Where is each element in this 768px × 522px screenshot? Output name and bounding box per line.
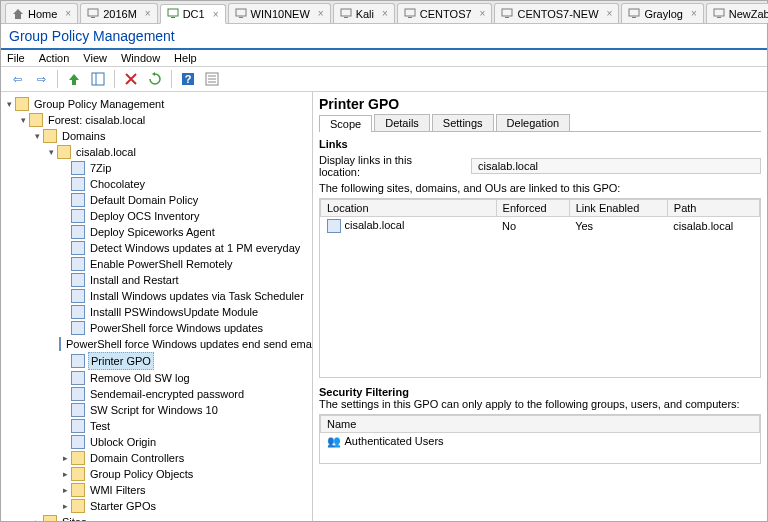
- mmc-icon: [15, 97, 29, 111]
- menu-help[interactable]: Help: [174, 52, 197, 64]
- col-path[interactable]: Path: [667, 200, 759, 217]
- close-icon[interactable]: ×: [61, 8, 71, 19]
- menu-action[interactable]: Action: [39, 52, 70, 64]
- tree-item[interactable]: ▾cisalab.local: [3, 144, 310, 160]
- expand-icon[interactable]: ▸: [59, 498, 71, 514]
- tree-item[interactable]: PowerShell force Windows updates end sen…: [3, 336, 310, 352]
- tree-item[interactable]: ▸Domain Controllers: [3, 450, 310, 466]
- tree-item[interactable]: 7Zip: [3, 160, 310, 176]
- tree-item[interactable]: ▾Group Policy Management: [3, 96, 310, 112]
- tree-item[interactable]: ▸Group Policy Objects: [3, 466, 310, 482]
- close-icon[interactable]: ×: [603, 8, 613, 19]
- tree-item[interactable]: Ublock Origin: [3, 434, 310, 450]
- options-button[interactable]: [202, 69, 222, 89]
- expand-icon[interactable]: ▸: [59, 466, 71, 482]
- collapse-icon[interactable]: ▾: [17, 112, 29, 128]
- tree-item[interactable]: SW Script for Windows 10: [3, 402, 310, 418]
- tree-item[interactable]: Test: [3, 418, 310, 434]
- table-row[interactable]: 👥Authenticated Users: [321, 433, 760, 451]
- gpo-icon: [71, 354, 85, 368]
- menu-file[interactable]: File: [7, 52, 25, 64]
- tree-item[interactable]: Installl PSWindowsUpdate Module: [3, 304, 310, 320]
- tree-item[interactable]: Printer GPO: [3, 352, 310, 370]
- col-link-enabled[interactable]: Link Enabled: [569, 200, 667, 217]
- tab-settings[interactable]: Settings: [432, 114, 494, 131]
- forward-button[interactable]: ⇨: [31, 69, 51, 89]
- tree-item[interactable]: Enable PowerShell Remotely: [3, 256, 310, 272]
- expand-icon[interactable]: ▸: [59, 482, 71, 498]
- security-filtering-table[interactable]: Name 👥Authenticated Users: [319, 414, 761, 464]
- monitor-icon: [167, 8, 179, 20]
- tree-item-label: Detect Windows updates at 1 PM everyday: [88, 240, 302, 256]
- close-icon[interactable]: ×: [141, 8, 151, 19]
- tree-item-label: Ublock Origin: [88, 434, 158, 450]
- vm-tab-centos7[interactable]: CENTOS7 ×: [397, 3, 493, 23]
- tree-item[interactable]: ▾Domains: [3, 128, 310, 144]
- col-location[interactable]: Location: [321, 200, 497, 217]
- close-icon[interactable]: ×: [476, 8, 486, 19]
- gpo-icon: [71, 257, 85, 271]
- expand-icon[interactable]: ▸: [59, 450, 71, 466]
- collapse-icon[interactable]: ▾: [31, 128, 43, 144]
- gpo-icon: [71, 419, 85, 433]
- tree-item[interactable]: Chocolatey: [3, 176, 310, 192]
- tab-scope[interactable]: Scope: [319, 115, 372, 132]
- vm-tab-graylog[interactable]: Graylog ×: [621, 3, 703, 23]
- vm-tab-centos7-new[interactable]: CENTOS7-NEW ×: [494, 3, 619, 23]
- col-enforced[interactable]: Enforced: [496, 200, 569, 217]
- vm-tab-home[interactable]: Home ×: [5, 3, 78, 23]
- collapse-icon[interactable]: ▾: [3, 96, 15, 112]
- tree-item[interactable]: ▸WMI Filters: [3, 482, 310, 498]
- close-icon[interactable]: ×: [314, 8, 324, 19]
- tree-item[interactable]: Sendemail-encrypted password: [3, 386, 310, 402]
- fld-icon: [71, 499, 85, 513]
- toolbar: ⇦ ⇨ ?: [1, 67, 767, 92]
- tree-item[interactable]: ▸Sites: [3, 514, 310, 521]
- collapse-icon[interactable]: ▾: [45, 144, 57, 160]
- tree-item[interactable]: Default Domain Policy: [3, 192, 310, 208]
- refresh-button[interactable]: [145, 69, 165, 89]
- monitor-icon: [628, 8, 640, 20]
- expand-icon[interactable]: ▸: [31, 514, 43, 521]
- vm-tab-2016m[interactable]: 2016M ×: [80, 3, 157, 23]
- fld-icon: [71, 467, 85, 481]
- tree-item[interactable]: Install Windows updates via Task Schedul…: [3, 288, 310, 304]
- vm-tab-dc1[interactable]: DC1 ×: [160, 4, 226, 24]
- table-row[interactable]: cisalab.local No Yes cisalab.local: [321, 217, 760, 236]
- tree-item-label: WMI Filters: [88, 482, 148, 498]
- tree-item-label: Printer GPO: [88, 352, 154, 370]
- console-tree[interactable]: ▾Group Policy Management▾Forest: cisalab…: [1, 92, 313, 521]
- tree-item[interactable]: Detect Windows updates at 1 PM everyday: [3, 240, 310, 256]
- tree-item[interactable]: Install and Restart: [3, 272, 310, 288]
- monitor-icon: [501, 8, 513, 20]
- tree-item[interactable]: Remove Old SW log: [3, 370, 310, 386]
- vm-tab-win10new[interactable]: WIN10NEW ×: [228, 3, 331, 23]
- links-location-dropdown[interactable]: cisalab.local: [471, 158, 761, 174]
- back-button[interactable]: ⇦: [7, 69, 27, 89]
- close-icon[interactable]: ×: [209, 9, 219, 20]
- delete-button[interactable]: [121, 69, 141, 89]
- vm-tab-bar: Home × 2016M × DC1 × WIN10NEW × Kali × C…: [1, 1, 767, 24]
- close-icon[interactable]: ×: [687, 8, 697, 19]
- gpo-icon: [71, 403, 85, 417]
- show-hide-tree-button[interactable]: [88, 69, 108, 89]
- fld-icon: [71, 483, 85, 497]
- menu-window[interactable]: Window: [121, 52, 160, 64]
- tree-item-label: Deploy OCS Inventory: [88, 208, 201, 224]
- col-name[interactable]: Name: [321, 416, 760, 433]
- vm-tab-kali[interactable]: Kali ×: [333, 3, 395, 23]
- tree-item[interactable]: Deploy OCS Inventory: [3, 208, 310, 224]
- help-button[interactable]: ?: [178, 69, 198, 89]
- menu-view[interactable]: View: [83, 52, 107, 64]
- up-button[interactable]: [64, 69, 84, 89]
- vm-tab-newzabbix[interactable]: NewZabbix ×: [706, 3, 768, 23]
- close-icon[interactable]: ×: [378, 8, 388, 19]
- tab-delegation[interactable]: Delegation: [496, 114, 571, 131]
- links-table[interactable]: Location Enforced Link Enabled Path cisa…: [319, 198, 761, 378]
- tree-item[interactable]: ▾Forest: cisalab.local: [3, 112, 310, 128]
- tab-details[interactable]: Details: [374, 114, 430, 131]
- tree-item[interactable]: PowerShell force Windows updates: [3, 320, 310, 336]
- monitor-icon: [87, 8, 99, 20]
- tree-item[interactable]: ▸Starter GPOs: [3, 498, 310, 514]
- tree-item[interactable]: Deploy Spiceworks Agent: [3, 224, 310, 240]
